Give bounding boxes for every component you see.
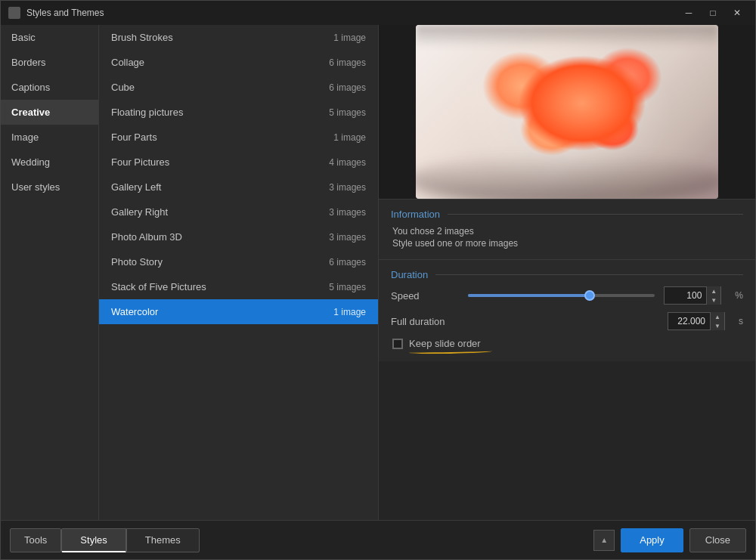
style-count: 1 image bbox=[333, 307, 366, 317]
duration-divider bbox=[435, 274, 743, 275]
app-icon bbox=[8, 7, 20, 19]
keep-slide-order-row: Keep slide order bbox=[391, 338, 743, 349]
watercolor-smudge-bottom bbox=[416, 153, 718, 199]
watercolor-smudge-top bbox=[416, 25, 718, 48]
style-count: 6 images bbox=[329, 57, 366, 68]
speed-row: Speed 100 ▲ ▼ % bbox=[391, 286, 743, 305]
style-name: Gallery Right bbox=[111, 206, 168, 218]
full-duration-value: 22.000 bbox=[668, 316, 710, 326]
style-row-collage[interactable]: Collage 6 images bbox=[99, 50, 378, 75]
style-count: 3 images bbox=[329, 207, 366, 218]
speed-slider-fill bbox=[468, 294, 590, 297]
tab-styles[interactable]: Styles bbox=[61, 528, 125, 552]
style-row-watercolor[interactable]: Watercolor 1 image bbox=[99, 299, 378, 324]
style-name: Cube bbox=[111, 82, 135, 93]
right-panel-spacer bbox=[379, 361, 755, 520]
information-header: Information bbox=[391, 209, 743, 220]
sidebar-item-captions[interactable]: Captions bbox=[1, 75, 98, 100]
speed-spinbox[interactable]: 100 ▲ ▼ bbox=[664, 286, 721, 305]
titlebar-controls: ─ □ ✕ bbox=[678, 5, 748, 21]
style-row-gallery-left[interactable]: Gallery Left 3 images bbox=[99, 175, 378, 200]
keep-slide-order-checkbox[interactable] bbox=[392, 339, 403, 349]
speed-down-button[interactable]: ▼ bbox=[707, 295, 720, 305]
minimize-button[interactable]: ─ bbox=[678, 5, 699, 21]
duration-title: Duration bbox=[391, 269, 428, 280]
titlebar: Styles and Themes ─ □ ✕ bbox=[1, 1, 755, 25]
full-duration-unit: s bbox=[739, 316, 743, 326]
style-row-photo-story[interactable]: Photo Story 6 images bbox=[99, 249, 378, 274]
right-panel: Information You chose 2 images Style use… bbox=[379, 25, 755, 520]
speed-arrows: ▲ ▼ bbox=[706, 286, 720, 305]
full-duration-row: Full duration 22.000 ▲ ▼ s bbox=[391, 312, 743, 330]
full-duration-spinbox[interactable]: 22.000 ▲ ▼ bbox=[668, 312, 725, 330]
sidebar-item-image[interactable]: Image bbox=[1, 125, 98, 150]
information-divider bbox=[448, 214, 743, 215]
preview-image bbox=[416, 25, 718, 199]
style-list: Brush Strokes 1 image Collage 6 images C… bbox=[99, 25, 379, 520]
style-name: Four Pictures bbox=[111, 156, 169, 168]
main-body: Basic Borders Captions Creative Image We… bbox=[1, 25, 755, 520]
full-duration-arrows: ▲ ▼ bbox=[710, 312, 724, 330]
style-name: Collage bbox=[111, 57, 144, 68]
style-name: Brush Strokes bbox=[111, 32, 173, 43]
keep-slide-order-label-wrapper: Keep slide order bbox=[409, 338, 481, 349]
info-line-1: You chose 2 images bbox=[391, 226, 743, 237]
bottom-bar: Tools Styles Themes ▲ Apply Close bbox=[1, 520, 755, 559]
duration-panel: Duration Speed 100 ▲ bbox=[379, 259, 755, 361]
tab-buttons: Styles Themes bbox=[61, 528, 199, 552]
speed-label: Speed bbox=[391, 290, 459, 302]
speed-up-button[interactable]: ▲ bbox=[707, 286, 720, 295]
style-name: Photo Album 3D bbox=[111, 231, 182, 243]
style-row-four-pictures[interactable]: Four Pictures 4 images bbox=[99, 150, 378, 175]
information-title: Information bbox=[391, 209, 440, 220]
bottom-right: ▲ Apply Close bbox=[593, 528, 746, 552]
sidebar-item-wedding[interactable]: Wedding bbox=[1, 150, 98, 175]
nav-icon: ▲ bbox=[600, 536, 608, 544]
style-name: Watercolor bbox=[111, 306, 158, 317]
main-window: Styles and Themes ─ □ ✕ Basic Borders Ca… bbox=[0, 0, 756, 560]
nav-button[interactable]: ▲ bbox=[593, 530, 615, 551]
style-name: Floating pictures bbox=[111, 107, 183, 118]
sidebar-item-basic[interactable]: Basic bbox=[1, 25, 98, 50]
keep-slide-order-label: Keep slide order bbox=[409, 338, 481, 349]
bottom-left: Tools bbox=[10, 528, 61, 552]
speed-unit: % bbox=[735, 290, 743, 301]
tools-button[interactable]: Tools bbox=[10, 528, 61, 552]
full-duration-down-button[interactable]: ▼ bbox=[711, 321, 724, 330]
style-count: 5 images bbox=[329, 282, 366, 292]
style-count: 1 image bbox=[333, 32, 366, 43]
close-window-button[interactable]: ✕ bbox=[727, 5, 748, 21]
style-name: Stack of Five Pictures bbox=[111, 281, 206, 292]
sidebar: Basic Borders Captions Creative Image We… bbox=[1, 25, 99, 520]
style-row-floating[interactable]: Floating pictures 5 images bbox=[99, 100, 378, 125]
style-name: Photo Story bbox=[111, 256, 163, 268]
style-row-four-parts[interactable]: Four Parts 1 image bbox=[99, 125, 378, 150]
style-count: 3 images bbox=[329, 182, 366, 193]
duration-header: Duration bbox=[391, 269, 743, 280]
close-button[interactable]: Close bbox=[689, 528, 746, 552]
sidebar-item-borders[interactable]: Borders bbox=[1, 50, 98, 75]
preview-area bbox=[379, 25, 755, 199]
window-title: Styles and Themes bbox=[26, 8, 104, 18]
tab-themes[interactable]: Themes bbox=[126, 528, 200, 552]
speed-value: 100 bbox=[665, 290, 706, 301]
full-duration-label: Full duration bbox=[391, 316, 459, 327]
sidebar-item-user-styles[interactable]: User styles bbox=[1, 175, 98, 200]
sidebar-item-creative[interactable]: Creative bbox=[1, 100, 98, 125]
information-panel: Information You chose 2 images Style use… bbox=[379, 199, 755, 259]
style-count: 4 images bbox=[329, 157, 366, 168]
style-row-brush-strokes[interactable]: Brush Strokes 1 image bbox=[99, 25, 378, 50]
speed-slider-container[interactable] bbox=[468, 288, 655, 303]
style-row-cube[interactable]: Cube 6 images bbox=[99, 75, 378, 100]
style-name: Gallery Left bbox=[111, 181, 161, 193]
speed-slider-thumb[interactable] bbox=[584, 290, 595, 301]
style-count: 3 images bbox=[329, 232, 366, 243]
style-count: 1 image bbox=[333, 132, 366, 143]
style-row-photo-album[interactable]: Photo Album 3D 3 images bbox=[99, 224, 378, 249]
apply-button[interactable]: Apply bbox=[621, 528, 683, 552]
maximize-button[interactable]: □ bbox=[702, 5, 723, 21]
speed-slider-track bbox=[468, 294, 655, 297]
full-duration-up-button[interactable]: ▲ bbox=[711, 312, 724, 321]
style-row-gallery-right[interactable]: Gallery Right 3 images bbox=[99, 200, 378, 224]
style-row-stack[interactable]: Stack of Five Pictures 5 images bbox=[99, 274, 378, 299]
